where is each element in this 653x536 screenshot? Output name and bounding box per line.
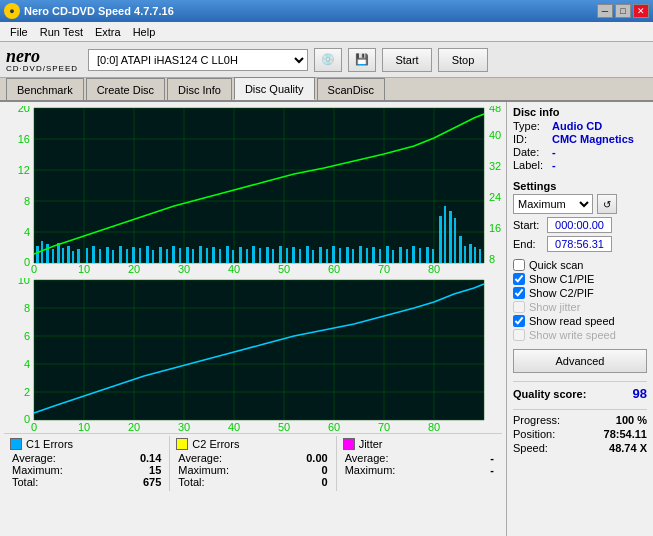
svg-rect-57 bbox=[292, 247, 295, 263]
tab-disc-quality[interactable]: Disc Quality bbox=[234, 77, 315, 100]
show-write-speed-label: Show write speed bbox=[529, 329, 616, 341]
svg-text:50: 50 bbox=[278, 421, 290, 433]
quick-scan-checkbox[interactable] bbox=[513, 259, 525, 271]
menu-file[interactable]: File bbox=[4, 24, 34, 40]
svg-rect-30 bbox=[112, 250, 114, 263]
start-button[interactable]: Start bbox=[382, 48, 432, 72]
svg-rect-47 bbox=[226, 246, 229, 263]
advanced-button[interactable]: Advanced bbox=[513, 349, 647, 373]
show-jitter-checkbox[interactable] bbox=[513, 301, 525, 313]
show-c1-pie-checkbox[interactable] bbox=[513, 273, 525, 285]
svg-rect-28 bbox=[99, 249, 101, 263]
svg-text:8: 8 bbox=[24, 302, 30, 314]
menu-bar: File Run Test Extra Help bbox=[0, 22, 653, 42]
svg-rect-29 bbox=[106, 247, 109, 263]
c2-max-value: 0 bbox=[322, 464, 328, 476]
tab-create-disc[interactable]: Create Disc bbox=[86, 78, 165, 100]
disc-icon-button[interactable]: 💿 bbox=[314, 48, 342, 72]
minimize-button[interactable]: ─ bbox=[597, 4, 613, 18]
svg-text:10: 10 bbox=[18, 278, 30, 286]
svg-rect-41 bbox=[186, 247, 189, 263]
svg-rect-39 bbox=[172, 246, 175, 263]
c2-total-value: 0 bbox=[322, 476, 328, 488]
stats-section: Progress: 100 % Position: 78:54.11 Speed… bbox=[513, 409, 647, 456]
svg-rect-54 bbox=[272, 249, 274, 263]
stop-button[interactable]: Stop bbox=[438, 48, 488, 72]
disc-info-title: Disc info bbox=[513, 106, 647, 118]
show-read-speed-label: Show read speed bbox=[529, 315, 615, 327]
id-value: CMC Magnetics bbox=[552, 133, 634, 145]
chart-top-svg: 20 16 12 8 4 0 48 40 32 24 16 8 0 10 20 … bbox=[4, 106, 502, 274]
progress-value: 100 % bbox=[616, 414, 647, 426]
show-c2-pif-checkbox[interactable] bbox=[513, 287, 525, 299]
svg-text:2: 2 bbox=[24, 386, 30, 398]
svg-rect-72 bbox=[392, 250, 394, 263]
svg-rect-77 bbox=[426, 247, 429, 263]
svg-rect-53 bbox=[266, 247, 269, 263]
svg-rect-56 bbox=[286, 248, 288, 263]
c1-max-label: Maximum: bbox=[12, 464, 63, 476]
close-button[interactable]: ✕ bbox=[633, 4, 649, 18]
menu-extra[interactable]: Extra bbox=[89, 24, 127, 40]
svg-rect-21 bbox=[57, 243, 60, 263]
tab-scan-disc[interactable]: ScanDisc bbox=[317, 78, 385, 100]
type-value: Audio CD bbox=[552, 120, 602, 132]
svg-rect-73 bbox=[399, 247, 402, 263]
show-write-speed-checkbox[interactable] bbox=[513, 329, 525, 341]
svg-rect-24 bbox=[72, 251, 74, 263]
svg-rect-26 bbox=[86, 248, 88, 263]
c2-title: C2 Errors bbox=[192, 438, 239, 450]
c2-color-box bbox=[176, 438, 188, 450]
chart-area: 20 16 12 8 4 0 48 40 32 24 16 8 0 10 20 … bbox=[0, 102, 506, 536]
refresh-button[interactable]: ↺ bbox=[597, 194, 617, 214]
save-button[interactable]: 💾 bbox=[348, 48, 376, 72]
svg-text:10: 10 bbox=[78, 421, 90, 433]
svg-text:40: 40 bbox=[228, 263, 240, 274]
speed-select[interactable]: Maximum bbox=[513, 194, 593, 214]
tab-bar: Benchmark Create Disc Disc Info Disc Qua… bbox=[0, 78, 653, 102]
nero-logo: nero CD·DVD/SPEED bbox=[6, 47, 78, 73]
jitter-max-value: - bbox=[490, 464, 494, 476]
svg-rect-69 bbox=[372, 247, 375, 263]
svg-text:4: 4 bbox=[24, 358, 30, 370]
svg-text:16: 16 bbox=[489, 222, 501, 234]
svg-rect-80 bbox=[444, 206, 446, 263]
legend-jitter: Jitter Average: - Maximum: - bbox=[337, 436, 502, 491]
svg-rect-63 bbox=[332, 246, 335, 263]
svg-rect-85 bbox=[469, 244, 472, 263]
svg-rect-79 bbox=[439, 216, 442, 263]
c1-total-label: Total: bbox=[12, 476, 38, 488]
quality-score-value: 98 bbox=[633, 386, 647, 401]
disc-label-value: - bbox=[552, 159, 556, 171]
svg-rect-25 bbox=[77, 249, 80, 263]
jitter-color-box bbox=[343, 438, 355, 450]
menu-run-test[interactable]: Run Test bbox=[34, 24, 89, 40]
svg-rect-23 bbox=[67, 246, 70, 263]
jitter-avg-label: Average: bbox=[345, 452, 389, 464]
svg-rect-87 bbox=[479, 249, 481, 263]
legend-c1: C1 Errors Average: 0.14 Maximum: 15 Tota… bbox=[4, 436, 170, 491]
c1-color-box bbox=[10, 438, 22, 450]
end-value: 078:56.31 bbox=[547, 236, 612, 252]
svg-rect-42 bbox=[192, 249, 194, 263]
tab-benchmark[interactable]: Benchmark bbox=[6, 78, 84, 100]
svg-rect-70 bbox=[379, 249, 381, 263]
show-read-speed-checkbox[interactable] bbox=[513, 315, 525, 327]
svg-text:80: 80 bbox=[428, 421, 440, 433]
menu-help[interactable]: Help bbox=[127, 24, 162, 40]
svg-rect-27 bbox=[92, 246, 95, 263]
c2-max-label: Maximum: bbox=[178, 464, 229, 476]
svg-rect-59 bbox=[306, 246, 309, 263]
drive-select[interactable]: [0:0] ATAPI iHAS124 C LL0H bbox=[88, 49, 308, 71]
svg-text:24: 24 bbox=[489, 191, 501, 203]
position-value: 78:54.11 bbox=[604, 428, 647, 440]
svg-rect-61 bbox=[319, 247, 322, 263]
tab-disc-info[interactable]: Disc Info bbox=[167, 78, 232, 100]
date-value: - bbox=[552, 146, 556, 158]
svg-rect-52 bbox=[259, 248, 261, 263]
speed-value: 48.74 X bbox=[609, 442, 647, 454]
maximize-button[interactable]: □ bbox=[615, 4, 631, 18]
svg-text:10: 10 bbox=[78, 263, 90, 274]
disc-label-label: Label: bbox=[513, 159, 548, 171]
show-jitter-label: Show jitter bbox=[529, 301, 580, 313]
